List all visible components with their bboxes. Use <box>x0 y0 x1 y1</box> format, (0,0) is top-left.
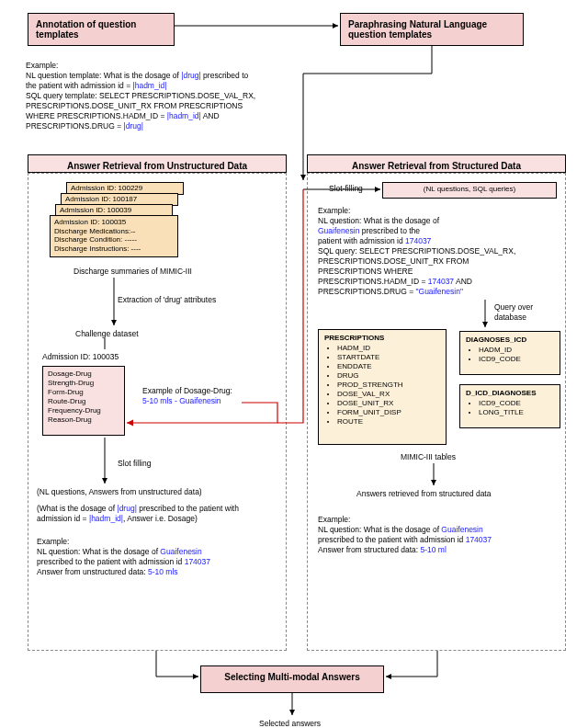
challenge-label: Challenge dataset <box>75 329 139 339</box>
dicd-box: D_ICD_DIAGNOSES ICD9_CODE LONG_TITLE <box>459 384 560 428</box>
slot-fill-left: Slot filling <box>118 459 151 469</box>
selecting-box: Selecting Multi-modal Answers <box>200 665 384 693</box>
l6: WHERE PRESCRIPTIONS.HADM_ID = |hadm_id| … <box>26 111 292 121</box>
drug-attr-box: Dosage-Drug Strength-Drug Form-Drug Rout… <box>42 366 125 436</box>
adm-card-4: Admission ID: 100035 Discharge Medicatio… <box>50 215 178 257</box>
summaries-label: Discharge summaries of MIMIC-III <box>74 267 192 277</box>
l2: NL question template: What is the dosage… <box>26 71 292 81</box>
pres-list: HADM_ID STARTDATE ENDDATE DRUG PROD_STRE… <box>324 344 440 426</box>
ex-dosage: Example of Dosage-Drug: 5-10 mls - Guaif… <box>142 386 232 406</box>
selecting-title: Selecting Multi-modal Answers <box>224 672 359 682</box>
left-example: Example: NL question: What is the dosage… <box>37 537 276 577</box>
annotation-box: Annotation of question templates <box>28 13 175 46</box>
ans-struct-label: Answers retrieved from structured data <box>356 489 491 499</box>
mimic-tables-label: MIMIC-III tables <box>401 452 456 462</box>
l1: Example: <box>26 61 292 71</box>
left-panel-title: Answer Retrieval from Unstructured Data <box>28 154 287 173</box>
right-panel-title: Answer Retrieval from Structured Data <box>307 154 566 173</box>
nl-sql-box: (NL questions, SQL queries) <box>382 182 557 199</box>
tuple-left: (NL questions, Answers from unstructured… <box>37 487 202 497</box>
l5: PRESCRIPTIONS.DOSE_UNIT_RX FROM PRESCRIP… <box>26 101 292 111</box>
diagnoses-box: DIAGNOSES_ICD HADM_ID ICD9_CODE <box>459 331 560 375</box>
l7: PRESCRIPTIONS.DRUG = |drug| <box>26 121 292 131</box>
extract-label: Extraction of 'drug' attributes <box>118 295 216 305</box>
final-label: Selected answers <box>259 719 321 728</box>
query-label: Query over database <box>494 302 549 323</box>
paraphrasing-box: Paraphrasing Natural Language question t… <box>340 13 524 46</box>
top-example: Example: NL question template: What is t… <box>26 61 292 131</box>
slot-fill-right: Slot-filling <box>329 184 363 194</box>
right-bottom-example: Example: NL question: What is the dosage… <box>318 515 557 555</box>
paraphrasing-title: Paraphrasing Natural Language question t… <box>348 19 515 40</box>
right-ex: Example: NL question: What is the dosage… <box>318 206 560 297</box>
prescriptions-box: PRESCRIPTIONS HADM_ID STARTDATE ENDDATE … <box>318 329 447 445</box>
annotation-title: Annotation of question templates <box>36 19 166 40</box>
l3: the patient with admission id = |hadm_id… <box>26 81 292 91</box>
l4: SQL query template: SELECT PRESCRIPTIONS… <box>26 91 292 101</box>
right-title-text: Answer Retrieval from Structured Data <box>352 161 521 171</box>
tuple-left-2: (What is the dosage of |drug| prescribed… <box>37 504 276 524</box>
ch-adm: Admission ID: 100035 <box>42 352 119 362</box>
left-title-text: Answer Retrieval from Unstructured Data <box>67 161 247 171</box>
